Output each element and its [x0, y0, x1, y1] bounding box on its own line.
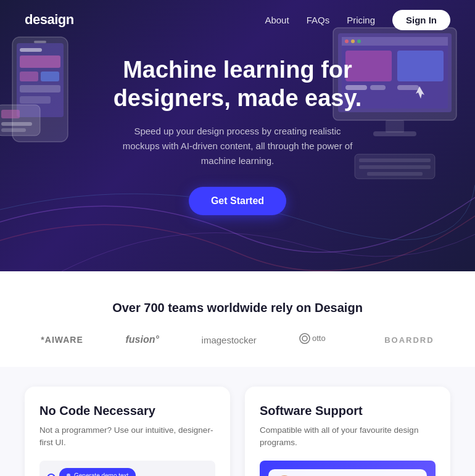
svg-rect-5 — [41, 72, 59, 81]
hero-title: Machine learning for designers, made eas… — [77, 56, 398, 112]
software-support-card: Software Support Compatible with all of … — [245, 387, 450, 476]
logo-aiware: *AIWARE — [41, 335, 83, 345]
svg-rect-10 — [1, 110, 20, 118]
logo: desaign — [25, 12, 74, 28]
svg-rect-7 — [20, 96, 51, 104]
logo-imagestocker: imagestocker — [202, 335, 257, 345]
hero-subtitle: Speed up your design process by creating… — [120, 124, 355, 168]
hero-section: Machine learning for designers, made eas… — [0, 0, 475, 271]
software-title: Software Support — [260, 404, 436, 418]
chat-bubble: Feeling blocked? Hah, that's a thing fro… — [268, 469, 427, 477]
no-code-desc: Not a programmer? Use our intuitive, des… — [39, 424, 215, 449]
svg-point-33 — [302, 336, 307, 341]
svg-point-32 — [300, 334, 310, 343]
signin-button[interactable]: Sign In — [392, 10, 450, 30]
svg-rect-4 — [20, 72, 38, 81]
otto-svg: otto — [299, 332, 342, 345]
svg-rect-11 — [1, 122, 32, 126]
logo-fusion: fusion° — [125, 334, 159, 345]
software-desc: Compatible with all of your favourite de… — [260, 424, 436, 449]
features-section: No Code Necessary Not a programmer? Use … — [0, 367, 475, 476]
svg-rect-25 — [397, 51, 444, 81]
about-link[interactable]: About — [265, 15, 289, 25]
svg-text:otto: otto — [312, 334, 326, 343]
generate-label: Generate demo text — [74, 471, 128, 477]
no-code-title: No Code Necessary — [39, 404, 215, 418]
software-preview: Feeling blocked? Hah, that's a thing fro… — [260, 461, 436, 477]
svg-point-21 — [357, 39, 361, 43]
svg-rect-3 — [20, 55, 60, 68]
svg-rect-2 — [20, 48, 42, 52]
no-code-card: No Code Necessary Not a programmer? Use … — [25, 387, 230, 476]
faqs-link[interactable]: FAQs — [307, 15, 330, 25]
svg-point-19 — [345, 39, 349, 43]
get-started-button[interactable]: Get Started — [189, 187, 286, 215]
no-code-preview-box: Generate demo text Lorem ipsum dolor sit… — [39, 461, 215, 477]
circle-icon — [47, 474, 56, 476]
hero-content: Machine learning for designers, made eas… — [77, 56, 398, 215]
no-code-preview: Generate demo text Lorem ipsum dolor sit… — [39, 461, 215, 477]
logos-row: *AIWARE fusion° imagestocker otto BOARDR… — [25, 332, 450, 347]
logo-boardrd: BOARDRD — [384, 335, 434, 345]
social-proof-section: Over 700 teams worldwide rely on Desaign… — [0, 271, 475, 367]
pricing-link[interactable]: Pricing — [347, 15, 375, 25]
svg-point-20 — [351, 39, 355, 43]
svg-rect-8 — [34, 41, 46, 43]
svg-rect-12 — [1, 128, 26, 132]
nav-links: About FAQs Pricing Sign In — [265, 10, 450, 30]
generate-demo-btn[interactable]: Generate demo text — [59, 468, 136, 477]
svg-rect-6 — [20, 85, 60, 92]
social-proof-title: Over 700 teams worldwide rely on Desaign — [25, 301, 450, 315]
logo-otto: otto — [299, 332, 342, 347]
svg-rect-26 — [397, 85, 419, 90]
navbar: desaign About FAQs Pricing Sign In — [0, 0, 475, 39]
